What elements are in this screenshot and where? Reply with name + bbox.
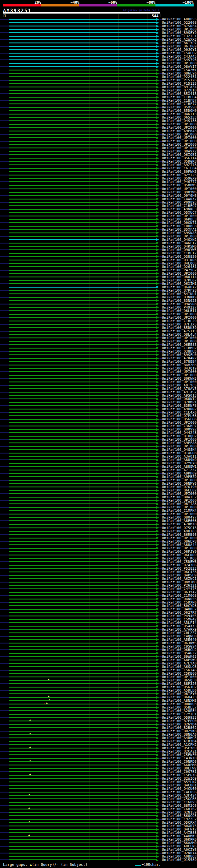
arrow-right-icon	[156, 32, 159, 34]
alignment-row[interactable]: UniRef100_UPI000..	[0, 536, 197, 540]
alignment-bar	[9, 754, 156, 755]
subject-overhang-left	[0, 365, 9, 366]
alignment-bar	[9, 266, 156, 267]
gap-marker-icon	[48, 699, 50, 700]
alignment-row[interactable]: UniRef100_B5XFA1	[0, 228, 197, 231]
hit-accession-label: UniRef100_A7RMX8	[162, 523, 197, 526]
alignment-row[interactable]: UniRef100_Q0GN71	[0, 221, 197, 224]
alignment-bar	[9, 781, 156, 782]
alignment-bar	[9, 606, 156, 606]
alignment-bar	[9, 87, 156, 88]
alignment-bar	[9, 490, 156, 491]
subject-overhang-left	[0, 32, 9, 33]
alignment-bar	[9, 90, 156, 91]
alignment-row[interactable]: UniRef100_Q4R5M0	[0, 245, 197, 248]
alignment-row[interactable]: UniRef100_P52822	[0, 567, 197, 570]
arrow-right-icon	[156, 408, 159, 410]
alignment-bar	[9, 29, 156, 30]
alignment-row[interactable]: UniRef100_A9UT63	[0, 530, 197, 533]
alignment-row[interactable]: UniRef100_Q4GXN2	[0, 238, 197, 241]
subject-overhang-left	[0, 588, 9, 589]
alignment-bar	[9, 741, 156, 742]
hit-accession-label: UniRef100_Q4GXN2	[162, 238, 197, 241]
large-gaps-legend: Large gaps: ▲(in Query)/- (in Subject)	[3, 863, 88, 867]
alignment-row[interactable]: UniRef100_UPI000..	[0, 187, 197, 191]
subject-overhang-left	[0, 236, 9, 237]
alignment-bar	[9, 856, 156, 857]
alignment-row[interactable]: UniRef100_O15589	[0, 858, 197, 862]
alignment-row[interactable]: UniRef100_B6RB96	[0, 533, 197, 536]
alignment-row[interactable]: UniRef100_C0H8E8	[0, 224, 197, 228]
arrow-right-icon	[156, 272, 159, 275]
alignment-bar	[9, 704, 156, 705]
alignment-bar	[9, 141, 156, 142]
arrow-right-icon	[156, 371, 159, 373]
alignment-row[interactable]: UniRef100_Q6FJY0	[0, 550, 197, 553]
alignment-row[interactable]: UniRef100_Q8MTM3	[0, 581, 197, 584]
arrow-right-icon	[156, 96, 159, 98]
alignment-bar	[9, 273, 156, 274]
hit-accession-label: UniRef100_B6RB96	[162, 533, 197, 536]
arrow-right-icon	[156, 357, 159, 360]
alignment-bar	[9, 395, 156, 396]
arrow-right-icon	[156, 282, 159, 285]
alignment-row[interactable]: UniRef100_Q6CRR9	[0, 553, 197, 557]
alignment-bar	[9, 832, 156, 833]
arrow-right-icon	[156, 574, 159, 577]
arrow-right-icon	[156, 170, 159, 173]
alignment-row[interactable]: UniRef100_Q90YW6	[0, 191, 197, 194]
arrow-right-icon	[156, 157, 159, 159]
hit-accession-label: UniRef100_Q6FJY0	[162, 550, 197, 553]
subject-overhang-left	[0, 439, 9, 440]
alignment-bar	[9, 206, 156, 206]
arrow-right-icon	[156, 679, 159, 681]
alignment-row[interactable]: UniRef100_Q4P5H9	[0, 574, 197, 577]
subject-overhang-left	[0, 80, 9, 81]
alignment-row[interactable]: UniRef100_A7TKQ5	[0, 557, 197, 560]
alignment-row[interactable]: UniRef100_A9NKC3	[0, 208, 197, 211]
alignment-row[interactable]: UniRef100_Q5XUC7	[0, 211, 197, 214]
subject-overhang-left	[0, 181, 9, 182]
arrow-right-icon	[156, 448, 159, 451]
alignment-bar	[9, 670, 156, 671]
alignment-row[interactable]: UniRef100_A8UA44	[0, 543, 197, 547]
hit-accession-label: UniRef100_Q6CRR9	[162, 553, 197, 557]
subject-overhang-left	[0, 785, 9, 786]
alignment-row[interactable]: UniRef100_A9SNA3	[0, 231, 197, 235]
alignment-row[interactable]: UniRef100_UPI000..	[0, 235, 197, 238]
alignment-bar	[9, 839, 156, 840]
arrow-right-icon	[156, 818, 159, 820]
alignment-row[interactable]: UniRef100_P09895	[0, 201, 197, 204]
alignment-row[interactable]: UniRef100_Q86EP8	[0, 540, 197, 543]
alignment-row[interactable]: UniRef100_Q6C4Z8	[0, 570, 197, 574]
alignment-row[interactable]: UniRef100_P26321	[0, 584, 197, 587]
subject-overhang-left	[0, 229, 9, 230]
subject-overhang-left	[0, 473, 9, 474]
arrow-right-icon	[156, 231, 159, 234]
alignment-bar	[9, 463, 156, 464]
arrow-right-icon	[156, 259, 159, 261]
alignment-row[interactable]: UniRef100_UPI000..	[0, 214, 197, 218]
alignment-bar	[9, 59, 156, 60]
alignment-row[interactable]: UniRef100_O74306	[0, 563, 197, 567]
alignment-row[interactable]: UniRef100_Q75C13	[0, 526, 197, 530]
alignment-bar	[9, 503, 156, 504]
alignment-row[interactable]: UniRef100_C4WRX7	[0, 197, 197, 201]
alignment-row[interactable]: UniRef100_C1BEQ7	[0, 204, 197, 208]
alignment-row[interactable]: UniRef100_C5DEW6	[0, 560, 197, 563]
alignment-bar	[9, 154, 156, 155]
alignment-row[interactable]: UniRef100_B4KFT7	[0, 241, 197, 245]
alignment-bar	[9, 524, 156, 525]
arrow-right-icon	[156, 815, 159, 817]
alignment-row[interactable]: UniRef100_Q58DW5	[0, 184, 197, 187]
alignment-row[interactable]: UniRef100_UPI000..	[0, 547, 197, 550]
alignment-row[interactable]: UniRef100_A7RMX8	[0, 523, 197, 526]
alignment-row[interactable]: UniRef100_Q6PBE3	[0, 218, 197, 221]
alignment-row[interactable]: UniRef100_A6ZWC1	[0, 577, 197, 581]
alignment-bar	[9, 236, 156, 237]
alignment-bar	[9, 710, 156, 711]
arrow-right-icon	[156, 127, 159, 129]
alignment-row[interactable]: UniRef100_Q9Y0H6	[0, 194, 197, 197]
arrow-right-icon	[156, 411, 159, 414]
arrow-right-icon	[156, 147, 159, 149]
